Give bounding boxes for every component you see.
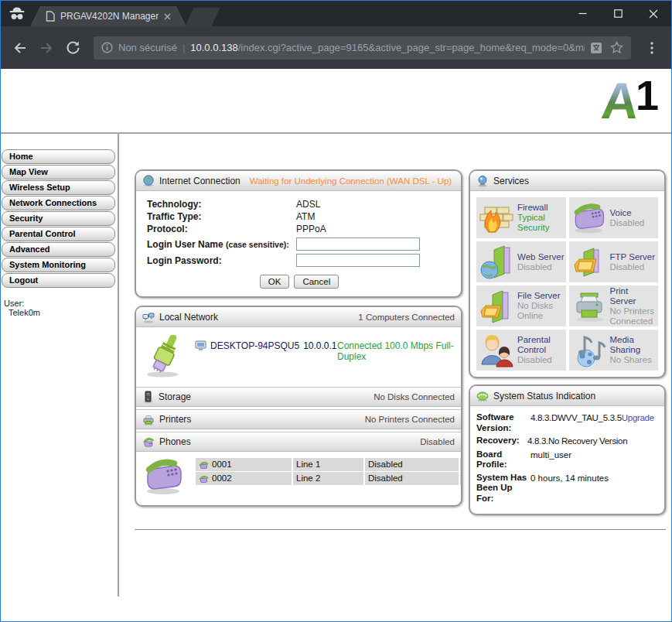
service-link[interactable]: Web Server <box>517 252 565 262</box>
service-status: Disabled <box>610 262 645 272</box>
printer-icon <box>142 414 155 425</box>
service-status: No Disks Online <box>517 301 553 320</box>
phone-row[interactable]: 0002 Line 2 Disabled <box>196 472 462 485</box>
back-button[interactable] <box>9 36 32 60</box>
media-sharing-icon <box>571 333 608 368</box>
maximize-button[interactable] <box>600 1 636 26</box>
minimize-button[interactable] <box>565 1 600 26</box>
main-content: Internet Connection Waiting for Underlyi… <box>119 134 671 596</box>
page-icon <box>46 11 55 22</box>
system-status-title: System Status Indication <box>493 391 595 402</box>
device-name-link[interactable]: DESKTOP-94PSQU5 <box>210 340 299 351</box>
url-path: /index.cgi?active_page=9165&active_page_… <box>238 42 585 53</box>
status-label: Software Version: <box>476 412 527 433</box>
file-server-icon <box>478 289 515 324</box>
tab-title: PRGAV4202N Manageme <box>60 11 159 22</box>
sidebar-item-logout[interactable]: Logout <box>2 273 115 288</box>
new-tab-button[interactable] <box>185 8 220 26</box>
phone-status: Disabled <box>365 458 459 471</box>
service-link[interactable]: FTP Server <box>610 252 656 262</box>
user-label: User: <box>4 299 118 308</box>
phone-device-icon <box>142 457 186 496</box>
tab-close-icon[interactable] <box>164 13 171 20</box>
services-title[interactable]: Services <box>493 176 529 186</box>
sidebar-item-parental-control[interactable]: Parental Control <box>2 227 115 241</box>
service-tile-web-server[interactable]: Web ServerDisabled <box>476 241 566 282</box>
computer-icon <box>195 340 206 351</box>
url-text: 10.0.0.138/index.cgi?active_page=9165&ac… <box>190 42 585 53</box>
service-tile-print-server[interactable]: Print ServerNo Printers Connected <box>569 285 659 326</box>
sidebar-item-security[interactable]: Security <box>2 211 115 226</box>
service-link[interactable]: Print Server <box>610 286 657 306</box>
translate-icon[interactable] <box>590 42 602 54</box>
url-domain: 10.0.0.138 <box>190 42 237 53</box>
web-server-icon <box>478 244 515 280</box>
phone-entry: 0001 <box>196 458 292 471</box>
service-link[interactable]: Voice <box>610 208 645 218</box>
service-tile-firewall[interactable]: FirewallTypical Security <box>476 197 566 238</box>
device-status: Connected 100.0 Mbps Full-Duplex <box>337 335 455 378</box>
security-label: Non sécurisé <box>118 42 177 53</box>
login-username-input[interactable] <box>296 238 420 251</box>
phone-row[interactable]: 0001 Line 1 Disabled <box>196 458 462 471</box>
ok-button[interactable]: OK <box>260 275 290 289</box>
local-network-status: 1 Computers Connected <box>358 313 455 322</box>
close-button[interactable] <box>636 1 671 26</box>
browser-titlebar: PRGAV4202N Manageme <box>1 1 671 26</box>
phone-entry: 0002 <box>196 472 292 485</box>
service-link[interactable]: File Server <box>517 291 565 301</box>
phone-row-strip <box>460 472 462 485</box>
service-link[interactable]: Firewall <box>517 203 565 213</box>
field-value: ATM <box>296 211 315 222</box>
service-status: Disabled <box>517 355 552 364</box>
printers-title[interactable]: Printers <box>159 414 191 425</box>
phone-row-strip <box>460 458 462 471</box>
service-link[interactable]: Parental Control <box>517 335 565 355</box>
storage-title[interactable]: Storage <box>159 391 191 402</box>
local-network-title[interactable]: Local Network <box>159 312 218 323</box>
phones-section-bar: Phones Disabled <box>136 432 461 452</box>
service-status: Disabled <box>517 262 552 272</box>
service-tile-media-sharing[interactable]: Media SharingNo Shares <box>569 330 659 371</box>
service-status: Disabled <box>610 218 645 227</box>
field-label: Traffic Type: <box>147 211 296 222</box>
logo-letter-a: A <box>600 77 641 125</box>
sidebar-item-advanced[interactable]: Advanced <box>2 242 115 257</box>
ethernet-cable-icon <box>142 335 186 378</box>
printers-status: No Printers Connected <box>365 415 455 424</box>
ftp-server-icon <box>571 246 608 279</box>
upgrade-link[interactable]: Upgrade <box>622 413 654 422</box>
reload-button[interactable] <box>61 36 84 60</box>
sidebar-item-network-connections[interactable]: Network Connections <box>2 196 115 210</box>
cancel-button[interactable]: Cancel <box>294 275 339 289</box>
local-network-panel: Local Network 1 Computers Connected <box>135 306 462 507</box>
service-tile-file-server[interactable]: File ServerNo Disks Online <box>476 285 566 326</box>
browser-tab[interactable]: PRGAV4202N Manageme <box>30 6 186 26</box>
phone-row-icon <box>199 460 209 470</box>
status-label: System Has Been Up For: <box>476 473 527 504</box>
sidebar-item-home[interactable]: Home <box>2 149 115 164</box>
sidebar-item-system-monitoring[interactable]: System Monitoring <box>2 258 115 272</box>
info-icon[interactable] <box>101 42 113 53</box>
sidebar-item-map-view[interactable]: Map View <box>2 165 115 179</box>
phones-table: 0001 Line 1 Disabled <box>196 458 462 496</box>
network-device-row[interactable]: DESKTOP-94PSQU5 10.0.0.1 Connected 100.0… <box>136 327 461 384</box>
field-label: Technology: <box>147 199 296 210</box>
network-computers-icon <box>142 311 155 323</box>
address-bar[interactable]: Non sécurisé | 10.0.0.138/index.cgi?acti… <box>94 36 631 60</box>
internet-connection-title[interactable]: Internet Connection <box>159 176 240 186</box>
storage-section-bar: Storage No Disks Connected <box>136 387 461 407</box>
login-user-label: Login User Name (case sensitive): <box>147 239 296 250</box>
login-password-input[interactable] <box>296 254 420 267</box>
service-tile-voice[interactable]: VoiceDisabled <box>569 197 659 238</box>
sidebar-item-wireless-setup[interactable]: Wireless Setup <box>2 180 115 195</box>
bookmark-star-icon[interactable] <box>610 41 623 54</box>
service-tile-parental-control[interactable]: Parental ControlDisabled <box>476 330 566 371</box>
service-link[interactable]: Media Sharing <box>610 335 657 355</box>
storage-icon <box>142 391 154 403</box>
field-value: ADSL <box>296 199 320 210</box>
service-tile-ftp-server[interactable]: FTP ServerDisabled <box>569 241 659 282</box>
phones-title[interactable]: Phones <box>159 436 191 447</box>
browser-menu-icon[interactable] <box>640 36 663 60</box>
forward-button[interactable] <box>35 36 58 60</box>
